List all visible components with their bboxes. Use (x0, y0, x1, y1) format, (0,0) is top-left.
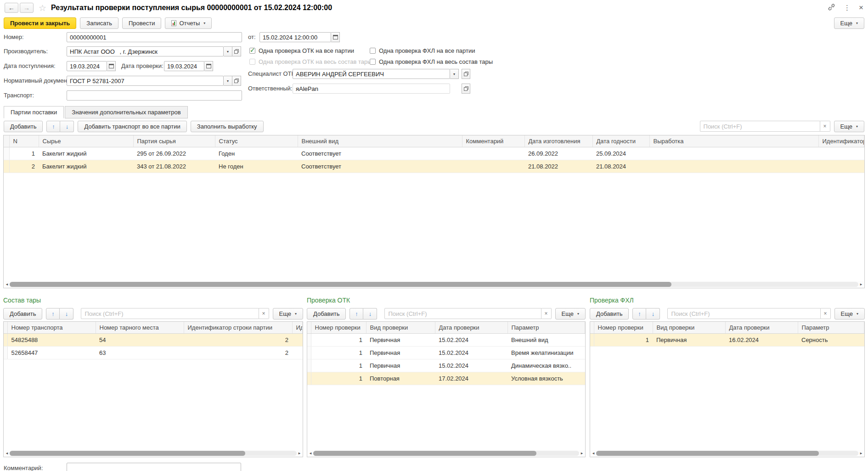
tare-add-button[interactable]: Добавить (3, 308, 42, 320)
column-header[interactable]: Внешний вид (298, 135, 462, 147)
checkbox-fhl-all-batches[interactable]: Одна проверка ФХЛ на все партии (370, 46, 475, 55)
column-header[interactable]: Иде (292, 322, 303, 334)
post-and-close-button[interactable]: Провести и закрыть (4, 17, 76, 29)
column-header[interactable]: Параметр (798, 322, 864, 334)
write-button[interactable]: Записать (80, 17, 118, 29)
arrival-date-field[interactable] (67, 61, 107, 71)
tab-extra-params[interactable]: Значения дополнительных параметров (65, 106, 187, 118)
batches-search-clear-button[interactable]: × (820, 121, 830, 132)
scroll-right-icon[interactable]: ▸ (858, 450, 864, 456)
table-row-selected[interactable]: 54825488 54 2 (4, 334, 303, 347)
table-row[interactable]: 1 Первичная 15.02.2024 Время желатинизац… (307, 347, 585, 359)
responsible-field[interactable] (293, 84, 450, 94)
otk-specialist-open-button[interactable] (462, 69, 470, 79)
fhl-search-clear-button[interactable]: × (821, 308, 831, 319)
forward-button[interactable]: → (20, 3, 34, 13)
batches-move-up-button[interactable]: ↑ (46, 121, 60, 132)
batches-move-down-button[interactable]: ↓ (60, 121, 74, 132)
transport-field[interactable] (67, 90, 242, 101)
arrival-date-calendar-button[interactable] (107, 61, 116, 71)
close-icon[interactable]: × (859, 3, 863, 12)
manufacturer-open-button[interactable] (232, 46, 241, 56)
scroll-left-icon[interactable]: ◂ (308, 450, 313, 456)
column-header[interactable]: Вид проверки (653, 322, 725, 334)
column-header[interactable]: Номер транспорта (7, 322, 96, 334)
fhl-move-down-button[interactable]: ↓ (646, 308, 660, 320)
favorite-star-icon[interactable]: ☆ (39, 3, 46, 13)
active-cell[interactable]: Бакелит жидкий (39, 160, 133, 173)
more-button-header[interactable]: Еще ▾ (834, 17, 864, 29)
otk-specialist-field[interactable] (293, 69, 450, 79)
table-row-selected[interactable]: 1 Повторная 17.02.2024 Условная вязкость (307, 372, 585, 385)
otk-specialist-dropdown-button[interactable]: ▾ (450, 69, 459, 79)
otk-search-input[interactable] (384, 308, 541, 319)
batches-add-button[interactable]: Добавить (4, 121, 43, 132)
comment-field[interactable] (67, 463, 241, 471)
tab-batches[interactable]: Партии поставки (4, 106, 64, 118)
check-date-calendar-button[interactable] (204, 61, 213, 71)
checkbox-fhl-all-tare[interactable]: Одна проверка ФХЛ на весь состав тары (370, 57, 493, 66)
otk-more-button[interactable]: Еще ▾ (555, 308, 586, 320)
column-header[interactable]: Статус (215, 135, 298, 147)
otk-add-button[interactable]: Добавить (307, 308, 346, 320)
table-row-selected[interactable]: 2 Бакелит жидкий 343 от 21.08.2022 Не го… (4, 160, 864, 173)
scroll-right-icon[interactable]: ▸ (858, 281, 864, 287)
column-header[interactable]: Дата изготовления (524, 135, 592, 147)
column-header[interactable]: Номер тарного места (96, 322, 184, 334)
fhl-more-button[interactable]: Еще ▾ (834, 308, 865, 320)
normdoc-open-button[interactable] (232, 76, 241, 86)
column-header[interactable]: Параметр (507, 322, 585, 334)
column-header[interactable]: Вид проверки (366, 322, 435, 334)
post-button[interactable]: Провести (122, 17, 162, 29)
checkbox-unchecked-icon[interactable] (370, 48, 376, 54)
fhl-move-up-button[interactable]: ↑ (632, 308, 646, 320)
active-cell[interactable]: 17.02.2024 (435, 372, 507, 385)
column-header[interactable]: Номер проверки (594, 322, 653, 334)
doc-date-calendar-button[interactable] (331, 32, 340, 42)
number-field[interactable] (67, 32, 242, 42)
tare-search-input[interactable] (81, 308, 259, 319)
back-button[interactable]: ← (5, 3, 18, 13)
table-row[interactable]: 1 Первичная 15.02.2024 Динамическая вязк… (307, 359, 585, 372)
normdoc-dropdown-button[interactable]: ▾ (224, 76, 232, 86)
scrollbar-thumb[interactable] (313, 451, 536, 456)
checkbox-checked-icon[interactable] (249, 48, 255, 54)
scroll-left-icon[interactable]: ◂ (4, 450, 10, 456)
column-header[interactable]: N (9, 135, 39, 147)
tare-move-up-button[interactable]: ↑ (46, 308, 60, 320)
column-header[interactable]: Сырье (39, 135, 133, 147)
normdoc-field[interactable] (67, 76, 224, 86)
responsible-open-button[interactable] (462, 84, 470, 94)
manufacturer-field[interactable] (67, 46, 224, 56)
tare-move-down-button[interactable]: ↓ (60, 308, 73, 320)
batches-search-input[interactable] (700, 121, 820, 132)
horizontal-scrollbar[interactable]: ◂ ▸ (4, 450, 302, 456)
manufacturer-dropdown-button[interactable]: ▾ (224, 46, 232, 56)
column-header[interactable]: Дата годности (592, 135, 649, 147)
scroll-left-icon[interactable]: ◂ (4, 281, 10, 287)
otk-move-up-button[interactable]: ↑ (349, 308, 363, 320)
checkbox-unchecked-icon[interactable] (370, 59, 376, 65)
column-header[interactable]: Выработка (649, 135, 818, 147)
fhl-search-input[interactable] (667, 308, 820, 319)
column-header[interactable]: Идентификатор с (818, 135, 864, 147)
fill-output-button[interactable]: Заполнить выработку (191, 121, 264, 132)
tare-more-button[interactable]: Еще ▾ (273, 308, 303, 320)
horizontal-scrollbar[interactable]: ◂ ▸ (308, 450, 585, 456)
column-header[interactable]: Партия сырья (133, 135, 215, 147)
horizontal-scrollbar[interactable]: ◂ ▸ (4, 281, 864, 287)
tare-search-clear-button[interactable]: × (259, 308, 269, 319)
scrollbar-thumb[interactable] (10, 282, 671, 287)
link-icon[interactable] (828, 3, 835, 12)
scroll-right-icon[interactable]: ▸ (579, 450, 585, 456)
doc-date-field[interactable] (259, 32, 331, 42)
horizontal-scrollbar[interactable]: ◂ ▸ (591, 450, 864, 456)
fhl-add-button[interactable]: Добавить (590, 308, 629, 320)
column-header[interactable]: Комментарий (462, 135, 524, 147)
batches-more-button[interactable]: Еще ▾ (834, 121, 864, 132)
scrollbar-thumb[interactable] (10, 451, 245, 456)
add-transport-all-batches-button[interactable]: Добавить транспорт во все партии (78, 121, 186, 132)
column-header[interactable]: Дата проверки (435, 322, 507, 334)
table-row[interactable]: 1 Бакелит жидкий 295 от 26.09.2022 Годен… (4, 147, 864, 160)
table-row[interactable]: 52658447 63 2 (4, 347, 303, 359)
